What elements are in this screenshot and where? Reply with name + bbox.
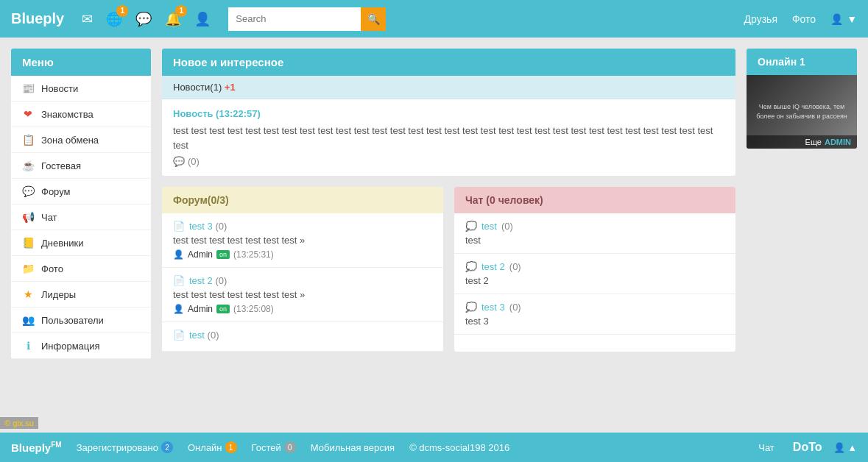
nav-right-links: Друзья Фото 👤 ▼	[744, 13, 857, 25]
forum-post-1: 📄 test 3 (0) test test test test test te…	[162, 213, 443, 268]
user-menu[interactable]: 👤 ▼	[830, 13, 857, 25]
forum-post-2: 📄 test 2 (0) test test test test test te…	[162, 268, 443, 322]
chat-post-1-title[interactable]: 💭 test (0)	[465, 221, 724, 232]
chat-icon: 📢	[22, 211, 34, 223]
sidebar-item-forum[interactable]: 💬 Форум	[11, 179, 151, 205]
forum-post-1-title-text: test 3 (0)	[189, 221, 227, 232]
diary-icon: 📒	[22, 237, 34, 249]
comment-count: (0)	[188, 156, 200, 167]
info-icon: ℹ	[22, 340, 34, 352]
forum-post-2-text: test test test test test test test »	[173, 289, 432, 300]
msg-icon-1: 💭	[465, 221, 477, 232]
sidebar-label-diary: Дневники	[41, 238, 84, 249]
author-icon-2: 👤	[173, 304, 184, 314]
bell-nav-btn[interactable]: 🔔 1	[162, 8, 184, 30]
exchange-icon: 📋	[22, 134, 34, 146]
search-input[interactable]	[228, 7, 361, 31]
chat-section-header: Чат (0 человек)	[454, 187, 735, 213]
forum-icon: 💬	[22, 185, 34, 197]
chat-post-1-text: test	[465, 235, 724, 246]
photo-icon: 📁	[22, 263, 34, 274]
news-tab-label: Новости(1)	[173, 82, 222, 93]
forum-post-2-meta: 👤 Admin on (13:25:08)	[173, 304, 432, 314]
photo-link[interactable]: Фото	[792, 13, 816, 25]
news-tab-bar: Новости(1) +1	[162, 76, 735, 99]
sidebar-label-dating: Знакомства	[41, 109, 93, 120]
chat-nav-btn[interactable]: 💬	[133, 8, 155, 30]
sidebar-header: Меню	[11, 49, 151, 76]
sidebar-label-forum: Форум	[41, 186, 71, 197]
app-logo: Blueply	[11, 10, 64, 27]
forum-post-3: 📄 test (0)	[162, 322, 443, 352]
news-item-title[interactable]: Новость (13:22:57)	[173, 108, 724, 119]
forum-post-3-title[interactable]: 📄 test (0)	[173, 330, 432, 341]
sidebar-item-info[interactable]: ℹ Информация	[11, 333, 151, 359]
search-button[interactable]: 🔍	[361, 7, 386, 31]
user-avatar-icon: 👤	[830, 13, 843, 25]
sidebar-item-photo[interactable]: 📁 Фото	[11, 256, 151, 282]
user-add-icon: 👤	[194, 12, 211, 26]
sidebar-menu: 📰 Новости ❤ Знакомства 📋 Зона обмена ☕ Г…	[11, 76, 151, 359]
doc-icon-1: 📄	[173, 221, 185, 232]
bell-badge: 1	[175, 5, 187, 17]
msg-icon-3: 💭	[465, 302, 477, 313]
chat-post-3-title[interactable]: 💭 test 3 (0)	[465, 302, 724, 313]
sidebar-item-diary[interactable]: 📒 Дневники	[11, 230, 151, 256]
forum-post-2-time: (13:25:08)	[233, 304, 274, 314]
globe-badge: 1	[116, 5, 128, 17]
forum-post-2-title[interactable]: 📄 test 2 (0)	[173, 275, 432, 286]
envelope-nav-btn[interactable]: ✉	[79, 8, 96, 30]
main-container: Меню 📰 Новости ❤ Знакомства 📋 Зона обмен…	[0, 38, 868, 420]
right-sidebar: Онлайн 1 Чем выше IQ человека, тем более…	[747, 49, 857, 409]
chat-post-2-title[interactable]: 💭 test 2 (0)	[465, 261, 724, 272]
card-overlay: Еще ADMIN	[747, 135, 857, 149]
sidebar: Меню 📰 Новости ❤ Знакомства 📋 Зона обмен…	[11, 49, 151, 409]
sidebar-item-exchange[interactable]: 📋 Зона обмена	[11, 127, 151, 153]
sidebar-item-news[interactable]: 📰 Новости	[11, 76, 151, 102]
globe-nav-btn[interactable]: 🌐 1	[103, 8, 125, 30]
sidebar-label-exchange: Зона обмена	[41, 135, 99, 146]
heart-icon: ❤	[22, 108, 34, 120]
forum-post-1-title[interactable]: 📄 test 3 (0)	[173, 221, 432, 232]
sidebar-label-info: Информация	[41, 341, 100, 352]
chat-post-1: 💭 test (0) test	[454, 213, 735, 254]
news-count-badge: +1	[225, 82, 236, 93]
online-card: Чем выше IQ человека, тем более он забыв…	[747, 75, 857, 149]
doc-icon-3: 📄	[173, 330, 185, 341]
online-section: Онлайн 1 Чем выше IQ человека, тем более…	[747, 49, 857, 149]
sidebar-label-guestbook: Гостевая	[41, 160, 81, 171]
news-item-meta: 💬 (0)	[173, 156, 724, 167]
online-badge-2: on	[216, 305, 230, 313]
forum-post-1-meta: 👤 Admin on (13:25:31)	[173, 249, 432, 260]
author-icon-1: 👤	[173, 249, 184, 260]
news-section-header: Новое и интересное	[162, 49, 735, 76]
sidebar-item-guestbook[interactable]: ☕ Гостевая	[11, 153, 151, 179]
forum-post-2-author[interactable]: Admin	[188, 304, 213, 314]
chat-post-3-text: test 3	[465, 316, 724, 327]
sidebar-item-leaders[interactable]: ★ Лидеры	[11, 282, 151, 308]
sidebar-label-photo: Фото	[41, 263, 63, 274]
sidebar-item-users[interactable]: 👥 Пользователи	[11, 308, 151, 333]
news-item-text: test test test test test test test test …	[173, 124, 724, 152]
forum-post-1-author[interactable]: Admin	[188, 249, 213, 260]
chat-post-3: 💭 test 3 (0) test 3	[454, 294, 735, 335]
news-icon: 📰	[22, 82, 34, 94]
coffee-icon: ☕	[22, 160, 34, 171]
chat-bubbles-icon: 💬	[135, 12, 152, 26]
user-add-nav-btn[interactable]: 👤	[191, 8, 214, 30]
top-navigation: Blueply ✉ 🌐 1 💬 🔔 1 👤 🔍 Друзья Фото 👤 ▼	[0, 0, 868, 38]
forum-post-3-title-text: test (0)	[189, 330, 219, 341]
sidebar-item-chat[interactable]: 📢 Чат	[11, 205, 151, 230]
forum-chat-row: Форум(0/3) 📄 test 3 (0) test test test t…	[162, 187, 735, 352]
forum-section-header: Форум(0/3)	[162, 187, 443, 213]
sidebar-item-dating[interactable]: ❤ Знакомства	[11, 102, 151, 127]
admin-label[interactable]: ADMIN	[825, 138, 851, 146]
center-content: Новое и интересное Новости(1) +1 Новость…	[162, 49, 735, 409]
envelope-icon: ✉	[82, 12, 93, 26]
chevron-down-icon: ▼	[847, 13, 857, 25]
friends-link[interactable]: Друзья	[744, 13, 777, 25]
forum-post-2-title-text: test 2 (0)	[189, 275, 227, 286]
chat-post-2: 💭 test 2 (0) test 2	[454, 254, 735, 294]
play-label: Еще	[805, 138, 822, 146]
card-image-text: Чем выше IQ человека, тем более он забыв…	[747, 99, 857, 124]
